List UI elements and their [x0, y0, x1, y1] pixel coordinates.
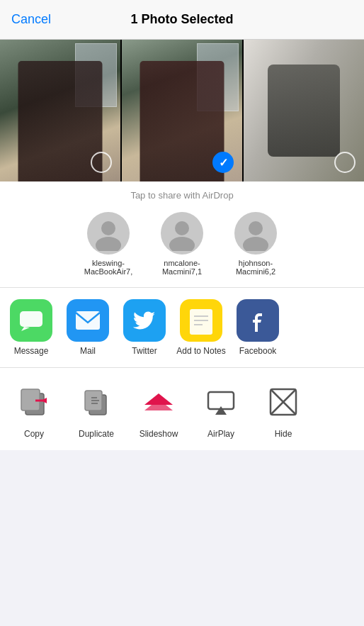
action-label-slideshow: Slideshow: [140, 429, 178, 439]
person-name-1: kleswing-MacBookAir7,: [80, 259, 137, 276]
action-item-copy[interactable]: Copy: [6, 379, 62, 439]
share-label-notes: Add to Notes: [176, 346, 225, 356]
notes-icon: [180, 299, 222, 342]
share-label-message: Message: [14, 346, 49, 356]
twitter-icon: [123, 299, 166, 342]
share-label-mail: Mail: [80, 346, 96, 356]
action-row: Copy Duplicate Slideshow: [0, 368, 364, 450]
airdrop-label: Tap to share with AirDrop: [11, 190, 353, 201]
copy-icon: [11, 379, 57, 425]
share-item-facebook[interactable]: Facebook: [232, 299, 283, 356]
svg-point-5: [243, 237, 268, 251]
airdrop-person-3[interactable]: hjohnson-Macmini6,2: [227, 212, 284, 276]
photo-cell-2[interactable]: [122, 40, 244, 181]
duplicate-icon: [74, 379, 119, 425]
action-label-airplay: AirPlay: [207, 429, 234, 439]
airplay-icon: [198, 379, 244, 425]
photo-cell-3[interactable]: [244, 40, 364, 181]
message-icon: [10, 299, 52, 342]
action-label-duplicate: Duplicate: [79, 429, 114, 439]
avatar-1: [87, 212, 130, 255]
photo-select-1[interactable]: [91, 152, 112, 173]
action-item-slideshow[interactable]: Slideshow: [130, 379, 187, 439]
avatar-2: [161, 212, 203, 255]
person-name-3: hjohnson-Macmini6,2: [227, 259, 284, 276]
photo-cell-1[interactable]: [0, 40, 122, 181]
mail-icon: [67, 299, 109, 342]
action-label-copy: Copy: [24, 429, 44, 439]
share-label-facebook: Facebook: [239, 346, 277, 356]
svg-rect-6: [20, 311, 42, 327]
action-item-airplay[interactable]: AirPlay: [193, 379, 249, 439]
photo-select-3[interactable]: [334, 152, 356, 173]
airdrop-people: kleswing-MacBookAir7, nmcalone-Macmini7,…: [11, 212, 353, 276]
photo-select-2[interactable]: [212, 152, 234, 173]
airdrop-person-2[interactable]: nmcalone-Macmini7,1: [154, 212, 210, 276]
page-title: 1 Photo Selected: [130, 12, 233, 27]
svg-rect-8: [76, 311, 100, 330]
share-item-mail[interactable]: Mail: [62, 299, 113, 356]
svg-point-4: [249, 221, 263, 235]
photo-grid: [0, 40, 364, 181]
share-row: Message Mail Twitter Add t: [0, 288, 364, 368]
slideshow-icon: [136, 379, 181, 425]
share-item-notes[interactable]: Add to Notes: [176, 299, 227, 356]
action-label-hide: Hide: [275, 429, 292, 439]
svg-point-2: [175, 221, 189, 235]
share-item-twitter[interactable]: Twitter: [119, 299, 170, 356]
avatar-3: [234, 212, 277, 255]
facebook-icon: [237, 299, 279, 342]
share-label-twitter: Twitter: [132, 346, 157, 356]
share-item-message[interactable]: Message: [6, 299, 57, 356]
svg-marker-7: [21, 327, 30, 331]
action-item-duplicate[interactable]: Duplicate: [68, 379, 125, 439]
svg-point-0: [101, 221, 115, 235]
hide-icon: [261, 379, 306, 425]
person-name-2: nmcalone-Macmini7,1: [154, 259, 210, 276]
airdrop-person-1[interactable]: kleswing-MacBookAir7,: [80, 212, 137, 276]
airdrop-section: Tap to share with AirDrop kleswing-MacBo…: [0, 181, 364, 288]
cancel-button[interactable]: Cancel: [11, 12, 51, 27]
svg-point-3: [169, 237, 195, 251]
svg-rect-9: [190, 309, 212, 335]
svg-point-1: [96, 237, 121, 251]
svg-marker-25: [215, 406, 227, 415]
header: Cancel 1 Photo Selected: [0, 0, 364, 40]
action-item-hide[interactable]: Hide: [255, 379, 312, 439]
